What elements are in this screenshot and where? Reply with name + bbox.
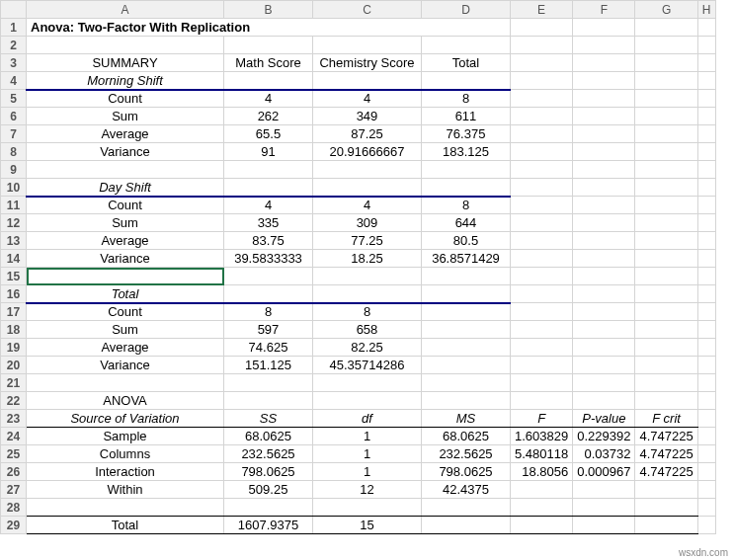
cell[interactable]: 183.125	[422, 143, 511, 161]
col-header-D[interactable]: D	[422, 1, 511, 19]
anova-hdr-fcrit[interactable]: F crit	[635, 410, 697, 428]
col-header-F[interactable]: F	[573, 1, 635, 19]
row-header-8[interactable]: 8	[1, 143, 27, 161]
total-avg-label[interactable]: Average	[27, 339, 224, 357]
title-cell[interactable]: Anova: Two-Factor With Replication	[27, 19, 511, 37]
row-header-10[interactable]: 10	[1, 179, 27, 197]
day-var-label[interactable]: Variance	[27, 250, 224, 268]
day-count-label[interactable]: Count	[27, 197, 224, 214]
row-header-11[interactable]: 11	[1, 197, 27, 214]
cell[interactable]: 262	[224, 108, 313, 125]
anova-hdr-ms[interactable]: MS	[422, 410, 511, 428]
cell[interactable]: 4	[313, 90, 422, 108]
cell[interactable]: 4.747225	[635, 463, 697, 481]
cell[interactable]: 82.25	[313, 339, 422, 357]
select-all-corner[interactable]	[1, 1, 27, 19]
row-header-26[interactable]: 26	[1, 463, 27, 481]
cell[interactable]: 0.229392	[573, 428, 635, 445]
header-math[interactable]: Math Score	[224, 54, 313, 72]
day-avg-label[interactable]: Average	[27, 232, 224, 250]
anova-hdr-ss[interactable]: SS	[224, 410, 313, 428]
cell[interactable]: 349	[313, 108, 422, 125]
anova-hdr-p[interactable]: P-value	[573, 410, 635, 428]
cell[interactable]: 18.25	[313, 250, 422, 268]
col-header-A[interactable]: A	[27, 1, 224, 19]
header-total[interactable]: Total	[422, 54, 511, 72]
row-header-23[interactable]: 23	[1, 410, 27, 428]
header-chem[interactable]: Chemistry Score	[313, 54, 422, 72]
cell[interactable]: 232.5625	[422, 445, 511, 463]
cell[interactable]: 151.125	[224, 357, 313, 374]
cell[interactable]: 74.625	[224, 339, 313, 357]
row-header-13[interactable]: 13	[1, 232, 27, 250]
row-header-6[interactable]: 6	[1, 108, 27, 125]
cell[interactable]: 509.25	[224, 481, 313, 499]
row-header-22[interactable]: 22	[1, 392, 27, 410]
cell[interactable]: 4	[224, 197, 313, 214]
row-header-27[interactable]: 27	[1, 481, 27, 499]
row-header-20[interactable]: 20	[1, 357, 27, 374]
anova-hdr-df[interactable]: df	[313, 410, 422, 428]
cell[interactable]: 5.480118	[511, 445, 573, 463]
cell[interactable]: 12	[313, 481, 422, 499]
row-header-24[interactable]: 24	[1, 428, 27, 445]
cell[interactable]: 1	[313, 463, 422, 481]
row-header-17[interactable]: 17	[1, 303, 27, 321]
cell[interactable]: 0.000967	[573, 463, 635, 481]
cell[interactable]: 0.03732	[573, 445, 635, 463]
cell[interactable]: 232.5625	[224, 445, 313, 463]
row-header-5[interactable]: 5	[1, 90, 27, 108]
row-header-28[interactable]: 28	[1, 499, 27, 517]
cell[interactable]: 68.0625	[224, 428, 313, 445]
col-header-H[interactable]: H	[697, 1, 715, 19]
anova-total[interactable]: Total	[27, 517, 224, 534]
cell[interactable]: 65.5	[224, 125, 313, 143]
cell[interactable]: 4.747225	[635, 428, 697, 445]
cell[interactable]: 1	[313, 428, 422, 445]
anova-within[interactable]: Within	[27, 481, 224, 499]
row-header-7[interactable]: 7	[1, 125, 27, 143]
cell[interactable]: 309	[313, 214, 422, 232]
active-cell[interactable]	[27, 268, 224, 285]
row-header-14[interactable]: 14	[1, 250, 27, 268]
cell[interactable]: 597	[224, 321, 313, 339]
cell[interactable]: 80.5	[422, 232, 511, 250]
cell[interactable]: 644	[422, 214, 511, 232]
cell[interactable]: 68.0625	[422, 428, 511, 445]
anova-columns[interactable]: Columns	[27, 445, 224, 463]
total-count-label[interactable]: Count	[27, 303, 224, 321]
cell[interactable]: 91	[224, 143, 313, 161]
row-header-3[interactable]: 3	[1, 54, 27, 72]
anova-hdr-f[interactable]: F	[511, 410, 573, 428]
anova-sample[interactable]: Sample	[27, 428, 224, 445]
cell[interactable]: 4	[224, 90, 313, 108]
cell[interactable]: 4	[313, 197, 422, 214]
cell[interactable]: 8	[422, 197, 511, 214]
row-header-19[interactable]: 19	[1, 339, 27, 357]
row-header-2[interactable]: 2	[1, 37, 27, 54]
row-header-25[interactable]: 25	[1, 445, 27, 463]
row-header-9[interactable]: 9	[1, 161, 27, 179]
row-header-16[interactable]: 16	[1, 285, 27, 303]
cell[interactable]: 8	[422, 90, 511, 108]
cell[interactable]: 18.8056	[511, 463, 573, 481]
row-header-4[interactable]: 4	[1, 72, 27, 90]
cell[interactable]: 45.35714286	[313, 357, 422, 374]
section-day[interactable]: Day Shift	[27, 179, 224, 197]
cell[interactable]: 798.0625	[422, 463, 511, 481]
total-sum-label[interactable]: Sum	[27, 321, 224, 339]
row-header-18[interactable]: 18	[1, 321, 27, 339]
spreadsheet-grid[interactable]: A B C D E F G H 1 Anova: Two-Factor With…	[0, 0, 716, 534]
cell[interactable]: 798.0625	[224, 463, 313, 481]
total-var-label[interactable]: Variance	[27, 357, 224, 374]
cell[interactable]: 15	[313, 517, 422, 534]
cell[interactable]: 36.8571429	[422, 250, 511, 268]
row-header-12[interactable]: 12	[1, 214, 27, 232]
section-morning[interactable]: Morning Shift	[27, 72, 224, 90]
cell[interactable]: 611	[422, 108, 511, 125]
cell[interactable]: 76.375	[422, 125, 511, 143]
anova-interaction[interactable]: Interaction	[27, 463, 224, 481]
row-header-29[interactable]: 29	[1, 517, 27, 534]
cell[interactable]: 335	[224, 214, 313, 232]
cell[interactable]: 77.25	[313, 232, 422, 250]
